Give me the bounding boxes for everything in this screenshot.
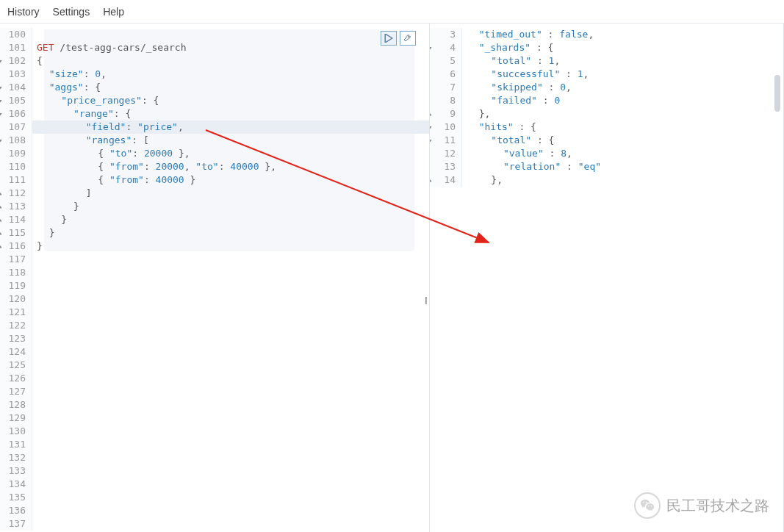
line-number: 128 [0, 398, 32, 411]
code-text: }, [462, 107, 490, 121]
line-number: 8 [430, 94, 462, 107]
code-text: "ranges": [ [32, 134, 149, 147]
code-line[interactable]: 6 "successful" : 1, [430, 68, 783, 81]
code-line[interactable]: 134 [0, 478, 429, 491]
code-line[interactable]: 118 [0, 266, 429, 279]
code-line[interactable]: 8 "failed" : 0 [430, 94, 783, 107]
code-text: GET /test-agg-cars/_search [32, 41, 187, 54]
code-line[interactable]: 130 [0, 425, 429, 438]
code-line[interactable]: 133 [0, 464, 429, 478]
code-line[interactable]: ▾108 "ranges": [ [0, 134, 429, 147]
line-number: 7 [430, 81, 462, 94]
line-number: 126 [0, 372, 32, 385]
line-number: ▴116 [0, 240, 32, 253]
code-line[interactable]: 13 "relation" : "eq" [430, 160, 783, 173]
code-line[interactable]: ▾102{ [0, 54, 429, 68]
code-line[interactable]: 120 [0, 292, 429, 306]
code-line[interactable]: 7 "skipped" : 0, [430, 81, 783, 94]
line-number: 13 [430, 160, 462, 173]
code-text: "skipped" : 0, [462, 81, 572, 94]
code-line[interactable]: ▴9 }, [430, 107, 783, 121]
code-line[interactable]: 121 [0, 306, 429, 319]
line-number: 5 [430, 54, 462, 68]
line-number: 122 [0, 319, 32, 332]
pane-splitter[interactable]: || [425, 295, 426, 304]
wrench-icon [403, 34, 412, 43]
code-line[interactable]: 103 "size": 0, [0, 68, 429, 81]
code-line[interactable]: 12 "value" : 8, [430, 147, 783, 160]
code-text: "total" : { [462, 134, 554, 147]
code-line[interactable]: ▴116} [0, 240, 429, 253]
code-line[interactable]: ▴14 }, [430, 173, 783, 187]
request-editor[interactable]: 100101GET /test-agg-cars/_search▾102{103… [0, 24, 429, 531]
code-line[interactable]: 111 { "from": 40000 } [0, 173, 429, 187]
code-line[interactable]: ▾104 "aggs": { [0, 81, 429, 94]
line-number: 3 [430, 28, 462, 41]
code-line[interactable]: 129 [0, 411, 429, 425]
response-editor[interactable]: 3 "timed_out" : false,▾4 "_shards" : {5 … [430, 24, 783, 187]
code-line[interactable]: 3 "timed_out" : false, [430, 28, 783, 41]
request-toolbar [381, 31, 416, 46]
code-line[interactable]: ▴113 } [0, 200, 429, 213]
code-text: "hits" : { [462, 121, 536, 134]
code-line[interactable]: 137 [0, 517, 429, 531]
code-line[interactable]: ▴112 ] [0, 187, 429, 200]
code-line[interactable]: 107 "field": "price", [0, 121, 429, 134]
code-line[interactable]: ▾11 "total" : { [430, 134, 783, 147]
line-number: 101 [0, 41, 32, 54]
code-line[interactable]: ▾10 "hits" : { [430, 121, 783, 134]
line-number: 134 [0, 478, 32, 491]
code-line[interactable]: 125 [0, 359, 429, 372]
line-number: ▾4 [430, 41, 462, 54]
watermark-text: 民工哥技术之路 [666, 496, 769, 516]
code-text: "relation" : "eq" [462, 160, 601, 173]
code-line[interactable]: 5 "total" : 1, [430, 54, 783, 68]
line-number: 124 [0, 345, 32, 359]
code-line[interactable]: 117 [0, 253, 429, 266]
code-line[interactable]: 123 [0, 332, 429, 345]
code-line[interactable]: ▴115 } [0, 226, 429, 240]
code-line[interactable]: 119 [0, 279, 429, 292]
code-text: "_shards" : { [462, 41, 553, 54]
tools-button[interactable] [400, 31, 416, 46]
menu-help[interactable]: Help [103, 6, 124, 18]
line-number: ▴115 [0, 226, 32, 240]
line-number: 130 [0, 425, 32, 438]
line-number: ▴114 [0, 213, 32, 226]
code-text: "field": "price", [32, 121, 184, 134]
code-line[interactable]: 100 [0, 28, 429, 41]
line-number: 123 [0, 332, 32, 345]
line-number: 12 [430, 147, 462, 160]
code-line[interactable]: 136 [0, 504, 429, 517]
code-line[interactable]: 109 { "to": 20000 }, [0, 147, 429, 160]
code-line[interactable]: 131 [0, 438, 429, 451]
menu-settings[interactable]: Settings [53, 6, 90, 18]
line-number: ▾11 [430, 134, 462, 147]
line-number: 129 [0, 411, 32, 425]
code-line[interactable]: ▾105 "price_ranges": { [0, 94, 429, 107]
code-text: { "from": 20000, "to": 40000 }, [32, 160, 276, 173]
line-number: 125 [0, 359, 32, 372]
code-text: "size": 0, [32, 68, 107, 81]
code-line[interactable]: 135 [0, 491, 429, 504]
run-button[interactable] [381, 31, 397, 46]
code-line[interactable]: 110 { "from": 20000, "to": 40000 }, [0, 160, 429, 173]
code-text: } [32, 200, 79, 213]
code-line[interactable]: 128 [0, 398, 429, 411]
code-line[interactable]: 122 [0, 319, 429, 332]
code-line[interactable]: 101GET /test-agg-cars/_search [0, 41, 429, 54]
code-line[interactable]: 127 [0, 385, 429, 398]
code-line[interactable]: 132 [0, 451, 429, 464]
code-text: "aggs": { [32, 81, 101, 94]
code-line[interactable]: 124 [0, 345, 429, 359]
line-number: 121 [0, 306, 32, 319]
code-line[interactable]: ▴114 } [0, 213, 429, 226]
workspace: 100101GET /test-agg-cars/_search▾102{103… [0, 24, 784, 532]
menu-history[interactable]: History [7, 6, 40, 18]
line-number: 133 [0, 464, 32, 478]
code-text: } [32, 240, 43, 253]
line-number: ▴112 [0, 187, 32, 200]
code-line[interactable]: ▾106 "range": { [0, 107, 429, 121]
code-line[interactable]: 126 [0, 372, 429, 385]
code-line[interactable]: ▾4 "_shards" : { [430, 41, 783, 54]
